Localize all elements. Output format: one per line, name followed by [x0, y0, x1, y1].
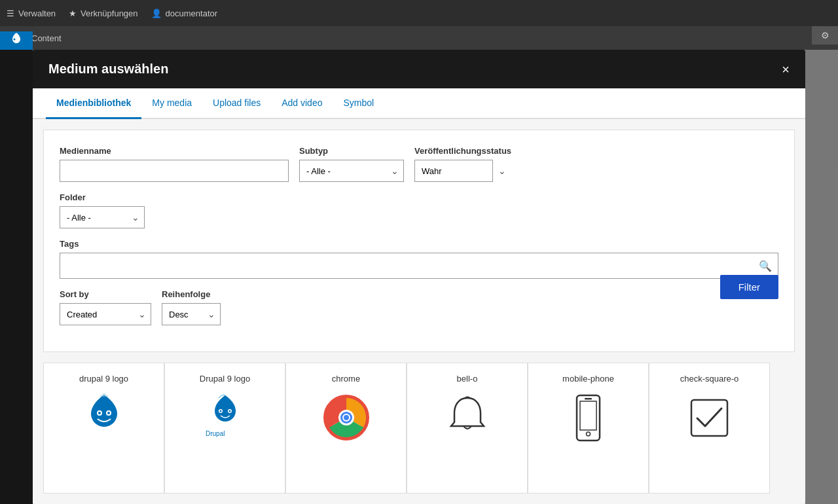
- nav-verknuepfungen-label: Verknüpfungen: [81, 9, 137, 18]
- svg-point-4: [107, 412, 110, 414]
- media-item-bell[interactable]: bell-o: [407, 363, 528, 494]
- svg-point-8: [228, 410, 230, 412]
- medienname-input[interactable]: [60, 160, 289, 182]
- media-item-label-3: bell-o: [457, 374, 478, 384]
- reihenfolge-select[interactable]: Desc Asc: [162, 303, 221, 325]
- person-icon: 👤: [151, 9, 162, 18]
- top-nav: ☰ Verwalten ★ Verknüpfungen 👤 documentat…: [0, 0, 838, 26]
- tab-upload-files[interactable]: Upload files: [202, 88, 271, 119]
- media-item-label-2: chrome: [332, 374, 360, 384]
- sortby-label: Sort by: [60, 289, 151, 299]
- modal: Medium auswählen × Medienbibliothek My m…: [33, 50, 805, 504]
- media-item-drupal-color[interactable]: Drupal 9 logo: [164, 363, 285, 494]
- sortby-select-wrapper: Created Name File size: [60, 303, 151, 325]
- tags-group: Tags 🔍: [60, 239, 778, 279]
- reihenfolge-select-wrapper: Desc Asc: [162, 303, 221, 325]
- svg-point-2: [98, 412, 101, 414]
- modal-body: Medienname Subtyp - Alle - Veröffentlich…: [33, 119, 805, 504]
- veroeffentlichungsstatus-select-wrapper: Wahr Falsch: [414, 160, 511, 182]
- media-item-mobile[interactable]: mobile-phone: [528, 363, 649, 494]
- nav-verknuepfungen[interactable]: ★ Verknüpfungen: [69, 9, 137, 18]
- subtyp-label: Subtyp: [299, 146, 404, 156]
- svg-point-17: [587, 432, 591, 436]
- media-item-check-square[interactable]: check-square-o: [649, 363, 770, 494]
- filter-row-2: Folder - Alle -: [60, 192, 778, 228]
- media-item-drupal-blue[interactable]: drupal 9 logo: [43, 363, 164, 494]
- settings-icon: ⚙: [821, 30, 829, 41]
- tags-input-wrapper: 🔍: [60, 253, 778, 279]
- second-bar: 📄 Content ⚙: [0, 26, 838, 50]
- svg-text:Drupal: Drupal: [206, 430, 225, 437]
- reihenfolge-group: Reihenfolge Desc Asc: [162, 289, 221, 325]
- sortby-group: Sort by Created Name File size: [60, 289, 151, 325]
- tags-label: Tags: [60, 239, 778, 249]
- modal-close-button[interactable]: ×: [782, 63, 790, 76]
- media-item-icon-2: [314, 391, 379, 444]
- tab-add-video[interactable]: Add video: [271, 88, 333, 119]
- hamburger-icon: ☰: [7, 9, 14, 18]
- tab-my-media[interactable]: My media: [141, 88, 202, 119]
- nav-verwalten-label: Verwalten: [18, 9, 56, 18]
- sortby-select[interactable]: Created Name File size: [60, 303, 151, 325]
- media-grid: drupal 9 logo: [33, 363, 805, 504]
- svg-point-7: [219, 410, 221, 412]
- modal-title: Medium auswählen: [48, 62, 168, 77]
- folder-select[interactable]: - Alle -: [60, 206, 145, 228]
- nav-documentator-label: documentator: [166, 9, 218, 18]
- folder-select-wrapper: - Alle -: [60, 206, 145, 228]
- medienname-label: Medienname: [60, 146, 289, 156]
- media-item-icon-3: [435, 391, 500, 444]
- nav-documentator[interactable]: 👤 documentator: [151, 9, 218, 18]
- tags-input[interactable]: [60, 253, 778, 279]
- nav-verwalten[interactable]: ☰ Verwalten: [7, 9, 56, 18]
- tab-symbol[interactable]: Symbol: [333, 88, 384, 119]
- media-item-label-4: mobile-phone: [562, 374, 614, 384]
- media-item-icon-5: [677, 391, 742, 444]
- reihenfolge-label: Reihenfolge: [162, 289, 221, 299]
- veroeffentlichungsstatus-select[interactable]: Wahr Falsch: [414, 160, 493, 182]
- media-item-icon-4: [556, 391, 621, 444]
- star-icon: ★: [69, 9, 77, 18]
- svg-rect-18: [585, 398, 592, 400]
- subtyp-select-wrapper: - Alle -: [299, 160, 404, 182]
- drupal-logo: [0, 31, 33, 50]
- modal-header: Medium auswählen ×: [33, 50, 805, 88]
- filter-button[interactable]: Filter: [720, 275, 778, 299]
- veroeffentlichungsstatus-label: Veröffentlichungsstatus: [414, 146, 511, 156]
- media-item-chrome[interactable]: chrome: [285, 363, 407, 494]
- svg-point-14: [344, 415, 349, 420]
- media-item-label-1: Drupal 9 logo: [200, 374, 250, 384]
- media-item-icon-0: [71, 391, 137, 444]
- filter-panel: Medienname Subtyp - Alle - Veröffentlich…: [43, 130, 795, 352]
- media-item-label-0: drupal 9 logo: [79, 374, 128, 384]
- filter-row-3: Tags 🔍: [60, 239, 778, 279]
- subtyp-select[interactable]: - Alle -: [299, 160, 404, 182]
- subtyp-group: Subtyp - Alle -: [299, 146, 404, 182]
- folder-group: Folder - Alle -: [60, 192, 145, 228]
- veroeffentlichungsstatus-group: Veröffentlichungsstatus Wahr Falsch: [414, 146, 511, 182]
- medienname-group: Medienname: [60, 146, 289, 182]
- modal-tabs: Medienbibliothek My media Upload files A…: [33, 88, 805, 119]
- modal-overlay: Medium auswählen × Medienbibliothek My m…: [0, 50, 838, 504]
- media-item-icon-1: Drupal: [192, 391, 258, 444]
- tab-medienbibliothek[interactable]: Medienbibliothek: [46, 88, 141, 119]
- svg-point-0: [14, 39, 16, 41]
- filter-row-4: Sort by Created Name File size Reihenfol…: [60, 289, 778, 325]
- media-item-label-5: check-square-o: [680, 374, 739, 384]
- second-bar-text: Content: [31, 33, 62, 43]
- svg-rect-16: [580, 401, 596, 430]
- settings-button[interactable]: ⚙: [812, 26, 838, 45]
- tags-search-icon: 🔍: [759, 260, 772, 272]
- filter-row-1: Medienname Subtyp - Alle - Veröffentlich…: [60, 146, 778, 182]
- folder-label: Folder: [60, 192, 145, 202]
